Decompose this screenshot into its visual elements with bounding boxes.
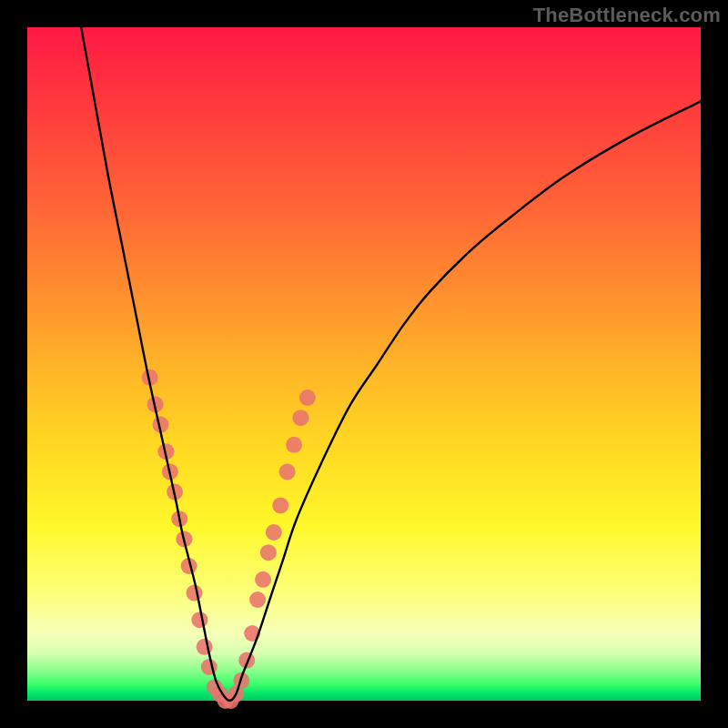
marker-dot bbox=[187, 585, 203, 602]
marker-dot bbox=[286, 437, 302, 453]
marker-dot bbox=[191, 612, 207, 628]
marker-dot bbox=[292, 410, 308, 426]
marker-dot bbox=[299, 389, 316, 406]
marker-dot bbox=[201, 659, 217, 675]
plot-area bbox=[27, 27, 701, 701]
marker-dot bbox=[272, 497, 288, 513]
marker-dot bbox=[279, 463, 296, 480]
marker-dot bbox=[197, 639, 213, 655]
watermark-text: TheBottleneck.com bbox=[533, 4, 721, 27]
bottleneck-curve bbox=[81, 27, 701, 701]
marker-dot bbox=[255, 571, 271, 588]
marker-dot bbox=[266, 524, 282, 541]
chart-frame: TheBottleneck.com bbox=[0, 0, 728, 728]
marker-dot bbox=[249, 592, 266, 608]
chart-svg bbox=[27, 27, 701, 701]
marker-dot bbox=[260, 544, 277, 561]
